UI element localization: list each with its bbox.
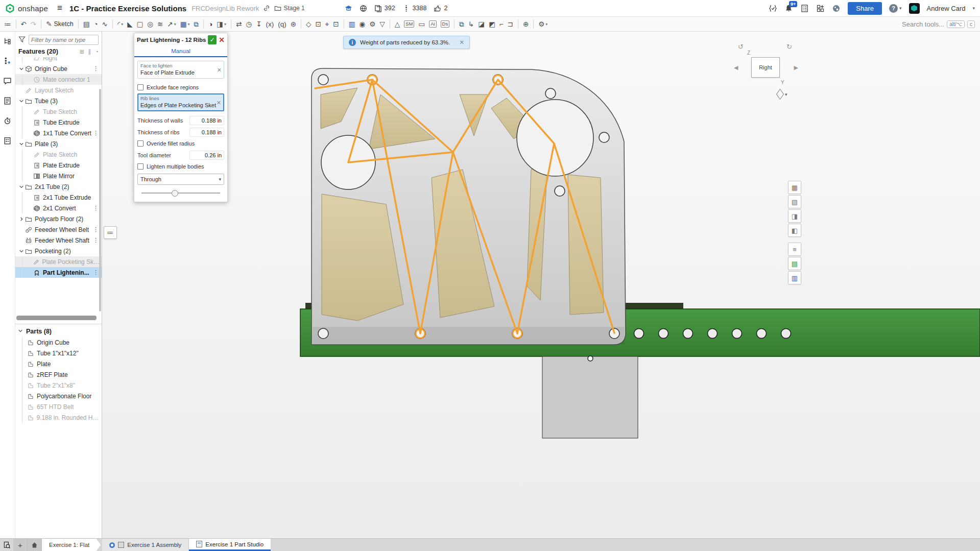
mirror-icon[interactable]: ⧉ [192,19,201,29]
chevron-down-icon[interactable] [18,249,25,254]
copies-stat[interactable]: 392 [374,5,395,12]
thread-icon[interactable]: ≋ [155,19,165,29]
measure-icon[interactable]: △ [393,19,402,29]
tree-item[interactable]: 2x1 Convert⋮ [15,203,102,213]
move-face-icon[interactable]: ↗▾ [165,19,178,29]
link-icon[interactable] [263,5,270,12]
tab-exercise-1-flat[interactable]: Exercise 1: Flat [42,539,101,551]
redo-icon[interactable]: ↷ [29,19,38,29]
slider-handle[interactable] [172,190,178,197]
banner-close-icon[interactable]: ✕ [459,39,464,46]
tree-item[interactable]: Pocketing (2) [15,246,102,256]
tree-item[interactable]: Plate Extrude [15,160,102,171]
pin-icon[interactable]: ⌖ [323,19,331,29]
home-button[interactable] [28,539,42,551]
variable-icon[interactable]: (x) [264,19,276,29]
pattern-icon[interactable]: ▦▾ [178,19,192,29]
filter-funnel-icon[interactable]: ▽ [377,19,387,29]
rotate-right-arrow[interactable]: ▶ [794,64,798,71]
thickness-of-ribs-input[interactable]: 0.188 in [189,128,224,137]
main-menu-icon[interactable]: ≡ [57,3,62,13]
feature-list-flyout-button[interactable]: ≔ [104,226,117,239]
tree-item[interactable]: Feeder Wheel Shaft⋮ [15,235,102,246]
tree-item[interactable]: Part Lightenin...⋮ [15,267,102,278]
sm-tab-icon[interactable]: ◪ [476,19,487,29]
vertical-scrollbar[interactable] [99,89,101,312]
suppress-icon[interactable]: ∥ [88,49,91,55]
toolbar-search[interactable]: Search tools... alt/⌥ c [902,20,978,28]
tree-item[interactable]: Tube (3) [15,95,102,106]
tree-item[interactable]: Plate (3) [15,138,102,149]
rib-lines-field[interactable]: Rib lines Edges of Plate Pocketing Sket.… [137,93,224,111]
part-icon[interactable]: ▥ [347,19,357,29]
tree-item[interactable]: Plate Mirror [15,171,102,181]
filter-input[interactable] [29,35,99,45]
rotate-cw-icon[interactable]: ↻ [786,43,792,51]
fillet-icon[interactable]: ◜▾ [115,19,125,29]
notes-icon[interactable] [3,95,13,106]
chevron-down-icon[interactable] [18,99,25,104]
undo-icon[interactable]: ↶ [19,19,29,29]
clear-rib-lines-icon[interactable]: ✕ [217,99,221,106]
viewport-3d[interactable] [102,32,980,539]
insert-icon[interactable] [3,56,13,66]
lookup-icon[interactable]: (q) [276,19,289,29]
feature-list-icon[interactable]: ≔ [2,19,13,29]
feature-tree-icon[interactable] [3,36,13,46]
tree-item[interactable]: Tube Sketch [15,106,102,117]
mate-connector-point[interactable] [588,356,593,361]
chevron-right-icon[interactable] [18,217,25,222]
likes-stat[interactable]: 2 [434,5,447,12]
parts-chevron-icon[interactable] [18,328,23,335]
transform-icon[interactable]: ⇄ [234,19,244,29]
tree-item[interactable]: Plate Sketch [15,149,102,160]
tree-item[interactable]: Right [15,57,102,63]
lighten-multiple-checkbox[interactable] [137,163,144,170]
sm-flat-icon[interactable]: ⌐ [497,19,506,29]
lattice-icon[interactable]: ⊛ [289,19,298,29]
sketch-icon[interactable]: ✎Sketch [44,19,76,29]
film-icon[interactable]: ▭ [416,19,427,29]
mate-connector-icon[interactable]: ⊕ [521,19,531,29]
ai-icon[interactable]: Ai [427,19,438,29]
view-options-menu[interactable]: ▾ [777,91,787,98]
tree-item[interactable]: Feeeder Wheel Belt⋮ [15,224,102,235]
custom-tables-button[interactable]: ▤ [788,257,801,270]
tab-manual[interactable]: Manual [134,46,227,57]
document-title[interactable]: 1C - Practice Exercise Solutions [69,4,186,13]
sm-corner-icon[interactable]: ◩ [487,19,497,29]
appearance-panel-button[interactable]: ▦ [788,181,801,194]
share-button[interactable]: Share [848,2,882,15]
tree-item[interactable]: Layout Sketch [15,85,102,95]
thickness-of-walls-input[interactable]: 0.188 in [189,116,224,125]
comments-icon[interactable] [3,76,13,86]
extrude-icon[interactable]: ▤ [81,19,92,29]
orient-icon[interactable]: ◉ [357,19,367,29]
tree-item[interactable]: 2x1 Tube (2) [15,181,102,192]
part-item[interactable]: 65T HTD Belt [15,401,102,412]
tree-item[interactable]: 2x1 Tube Extrude [15,192,102,203]
display-states-button[interactable]: ▧ [788,195,801,208]
followers-stat[interactable]: 3388 [402,5,427,12]
learning-icon[interactable] [832,4,841,13]
new-folder-icon[interactable]: ⊞ [80,49,84,55]
chevron-down-icon[interactable] [18,66,25,71]
mate-dots-icon[interactable]: ⋮ [93,65,102,72]
chevron-down-icon[interactable] [18,184,25,189]
ds-icon[interactable]: Ds [439,19,452,29]
tool-diameter-input[interactable]: 0.26 in [189,151,224,160]
hole-icon[interactable]: ◎ [145,19,155,29]
public-icon[interactable] [360,5,367,12]
tab-exercise-1-assembly[interactable]: Exercise 1 Assembly [102,539,189,551]
sheet-metal-icon[interactable]: SM [402,19,416,29]
apps-icon[interactable] [816,4,825,13]
boolean-icon[interactable]: ◑ [206,19,214,29]
part-item[interactable]: 9.188 in. Rounded Hex... [15,412,102,423]
chamfer-icon[interactable]: ◣ [125,19,134,29]
part-item[interactable]: Plate [15,358,102,369]
tree-item[interactable]: 1x1 Tube Convert⋮ [15,128,102,138]
named-views-button[interactable]: ◨ [788,209,801,223]
search-tabs-icon[interactable] [0,539,13,551]
add-tab-button[interactable]: + [13,539,28,551]
tree-item[interactable]: Tube Extrude [15,117,102,128]
